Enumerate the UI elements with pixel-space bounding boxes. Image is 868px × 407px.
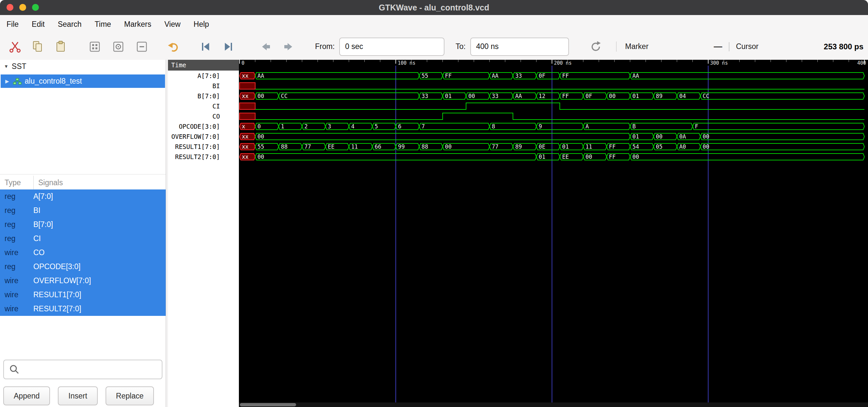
svg-text:3: 3 <box>328 123 331 130</box>
svg-text:0: 0 <box>242 60 244 66</box>
arrow-right-icon[interactable] <box>281 39 296 54</box>
signal-list-item[interactable]: regBI <box>0 204 166 218</box>
menu-item-file[interactable]: File <box>6 20 19 29</box>
svg-text:00: 00 <box>656 133 662 140</box>
signal-list-item[interactable]: wireCO <box>0 246 166 260</box>
signal-list-item[interactable]: regA[7:0] <box>0 189 166 204</box>
zoom-fit-icon[interactable] <box>88 39 102 54</box>
sst-header[interactable]: ▼ SST <box>0 60 166 73</box>
type-column-header[interactable]: Type <box>0 176 33 189</box>
reload-icon[interactable] <box>589 39 603 54</box>
waveform-plot[interactable]: 0100 ns200 ns300 ns400xxAA55FFAA330FFFAA… <box>239 60 868 402</box>
sst-title: SST <box>12 62 27 71</box>
svg-text:01: 01 <box>445 93 451 99</box>
module-icon <box>13 78 22 85</box>
signal-type: reg <box>0 206 33 215</box>
menu-item-markers[interactable]: Markers <box>124 20 151 29</box>
svg-text:33: 33 <box>422 93 428 99</box>
close-button[interactable] <box>6 4 13 11</box>
svg-text:77: 77 <box>492 144 498 150</box>
skip-end-icon[interactable] <box>221 39 235 54</box>
insert-button[interactable]: Insert <box>58 386 98 405</box>
cursor-value: 253 800 ps <box>824 42 863 51</box>
to-label: To: <box>456 42 466 51</box>
undo-icon[interactable] <box>166 39 180 54</box>
signal-list-item[interactable]: wireOVERFLOW[7:0] <box>0 274 166 288</box>
wave-signal-name[interactable]: BI <box>168 81 239 91</box>
svg-text:B: B <box>632 123 636 130</box>
svg-text:0E: 0E <box>538 144 545 150</box>
svg-text:89: 89 <box>656 93 662 99</box>
maximize-button[interactable] <box>32 4 39 11</box>
collapse-arrow-icon[interactable]: ▼ <box>4 64 8 69</box>
svg-text:55: 55 <box>257 144 264 150</box>
svg-text:33: 33 <box>516 72 522 79</box>
signals-column-header[interactable]: Signals <box>33 176 63 189</box>
svg-text:99: 99 <box>398 144 405 150</box>
signal-list-item[interactable]: wireRESULT2[7:0] <box>0 302 166 316</box>
menu-item-view[interactable]: View <box>164 20 180 29</box>
window-title: GTKWave - alu_control8.vcd <box>0 0 868 15</box>
svg-text:xx: xx <box>242 144 248 150</box>
minimize-button[interactable] <box>19 4 26 11</box>
copy-icon[interactable] <box>31 39 45 54</box>
sst-tree-item[interactable]: ▶ alu_control8_test <box>1 74 165 88</box>
wave-signal-name[interactable]: OPCODE[3:0] <box>168 122 239 132</box>
svg-text:100 ns: 100 ns <box>398 60 415 66</box>
replace-button[interactable]: Replace <box>105 386 154 405</box>
svg-text:05: 05 <box>656 144 662 150</box>
scrollbar-thumb[interactable] <box>240 403 296 406</box>
from-input[interactable]: 0 sec <box>339 37 444 56</box>
zoom-out-icon[interactable] <box>135 39 149 54</box>
wave-signal-name[interactable]: CO <box>168 112 239 122</box>
svg-text:CC: CC <box>703 93 709 99</box>
svg-text:CC: CC <box>281 93 287 99</box>
svg-text:54: 54 <box>632 144 639 150</box>
menu-item-time[interactable]: Time <box>95 20 111 29</box>
expander-icon[interactable]: ▶ <box>5 79 9 84</box>
signal-type: reg <box>0 234 33 243</box>
wave-signal-name[interactable]: CI <box>168 101 239 112</box>
wave-signal-name[interactable]: RESULT1[7:0] <box>168 142 239 152</box>
tree-item-label: alu_control8_test <box>25 77 82 86</box>
signal-search-input[interactable] <box>3 359 162 379</box>
horizontal-scrollbar[interactable] <box>239 402 868 407</box>
wave-canvas[interactable]: 0100 ns200 ns300 ns400xxAA55FFAA330FFFAA… <box>239 60 868 407</box>
wave-signal-name[interactable]: A[7:0] <box>168 71 239 81</box>
marker-value: — <box>714 41 722 52</box>
svg-text:xx: xx <box>242 154 248 160</box>
signal-name: CI <box>33 234 41 243</box>
svg-text:EE: EE <box>562 154 569 160</box>
wave-signal-name[interactable]: RESULT2[7:0] <box>168 152 239 162</box>
svg-text:0F: 0F <box>586 93 592 99</box>
signal-list-item[interactable]: regOPCODE[3:0] <box>0 260 166 274</box>
signal-name: RESULT2[7:0] <box>33 305 82 313</box>
menu-item-search[interactable]: Search <box>58 20 82 29</box>
svg-text:00: 00 <box>257 154 264 160</box>
svg-text:200 ns: 200 ns <box>554 60 571 66</box>
append-button[interactable]: Append <box>3 386 50 405</box>
wave-signal-name[interactable]: OVERFLOW[7:0] <box>168 132 239 142</box>
svg-text:04: 04 <box>679 93 686 99</box>
paste-icon[interactable] <box>54 39 68 54</box>
signal-type: reg <box>0 220 33 229</box>
signal-list-item[interactable]: regB[7:0] <box>0 218 166 231</box>
svg-text:AA: AA <box>516 93 522 99</box>
menu-item-edit[interactable]: Edit <box>32 20 45 29</box>
to-input[interactable]: 400 ns <box>470 37 569 56</box>
cut-icon[interactable] <box>8 39 22 54</box>
svg-text:00: 00 <box>468 93 475 99</box>
svg-text:FF: FF <box>445 72 451 79</box>
svg-text:00: 00 <box>257 133 264 140</box>
signal-list-item[interactable]: regCI <box>0 231 166 246</box>
toolbar: From: 0 sec To: 400 ns Marker — Cursor 2… <box>0 33 868 60</box>
zoom-in-icon[interactable] <box>111 39 125 54</box>
arrow-left-icon[interactable] <box>259 39 273 54</box>
menu-item-help[interactable]: Help <box>193 20 209 29</box>
signal-name: OVERFLOW[7:0] <box>33 276 91 285</box>
wave-signal-name[interactable]: B[7:0] <box>168 91 239 101</box>
signal-list-item[interactable]: wireRESULT1[7:0] <box>0 288 166 302</box>
signal-name: OPCODE[3:0] <box>33 262 81 271</box>
svg-text:0A: 0A <box>679 133 686 140</box>
skip-start-icon[interactable] <box>199 39 213 54</box>
